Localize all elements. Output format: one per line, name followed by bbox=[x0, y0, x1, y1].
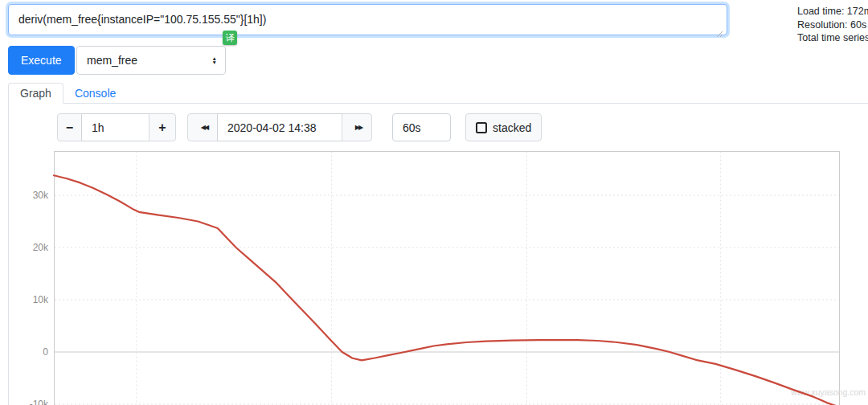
arrow-down-glyph: ▼ bbox=[212, 60, 217, 65]
range-increase-button[interactable]: + bbox=[149, 113, 176, 141]
total-series-text: Total time series: bbox=[797, 31, 868, 45]
resolution-input[interactable] bbox=[392, 113, 451, 141]
query-stats: Load time: 172ms Resolution: 60s Total t… bbox=[797, 5, 868, 45]
translate-icon[interactable]: 译 bbox=[223, 31, 237, 45]
datetime-input[interactable] bbox=[217, 113, 342, 141]
prometheus-expression-browser: deriv(mem_free{instanceIP="100.75.155.55… bbox=[0, 0, 868, 405]
resize-grip-icon[interactable] bbox=[716, 27, 723, 34]
tab-console[interactable]: Console bbox=[63, 84, 127, 103]
tab-bar: Graph Console bbox=[8, 83, 868, 104]
stacked-label: stacked bbox=[493, 121, 531, 134]
select-arrows-icon: ▲ ▼ bbox=[212, 56, 217, 65]
range-input[interactable] bbox=[81, 113, 149, 141]
series-line bbox=[54, 175, 840, 405]
datetime-input-group: ◀◀ ▶▶ bbox=[187, 113, 372, 141]
tab-graph[interactable]: Graph bbox=[8, 83, 63, 104]
y-tick-label: 30k bbox=[33, 190, 49, 201]
query-expression-input[interactable]: deriv(mem_free{instanceIP="100.75.155.55… bbox=[8, 4, 727, 35]
time-forward-button[interactable]: ▶▶ bbox=[342, 113, 372, 141]
graph-canvas[interactable]: 30k20k10k0-10kwww.xuyasong.com bbox=[0, 151, 868, 405]
resolution-text: Resolution: 60s bbox=[797, 18, 868, 32]
metric-selector[interactable]: mem_free ▲ ▼ bbox=[76, 46, 226, 75]
execute-button[interactable]: Execute bbox=[8, 46, 75, 75]
y-tick-label: 10k bbox=[33, 294, 49, 305]
range-decrease-button[interactable]: − bbox=[57, 113, 82, 141]
y-tick-label: -10k bbox=[30, 399, 49, 405]
time-backward-button[interactable]: ◀◀ bbox=[187, 113, 218, 141]
range-input-group: − + bbox=[57, 113, 176, 141]
stacked-toggle-button[interactable]: stacked bbox=[465, 113, 542, 141]
y-tick-label: 20k bbox=[33, 242, 49, 253]
stacked-checkbox-icon bbox=[476, 122, 487, 133]
load-time-text: Load time: 172ms bbox=[797, 5, 868, 18]
metric-selector-value: mem_free bbox=[87, 54, 212, 67]
y-tick-label: 0 bbox=[43, 346, 48, 358]
